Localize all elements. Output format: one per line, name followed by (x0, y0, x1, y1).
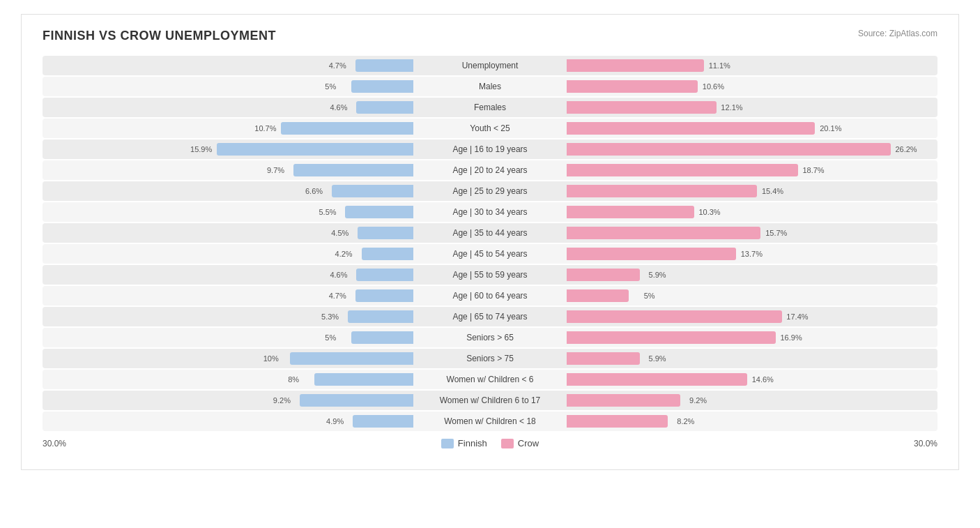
crow-value: 26.2% (895, 145, 917, 153)
bar-crow: 10.6% (567, 80, 698, 93)
crow-value: 10.6% (703, 82, 724, 91)
crow-value: 5.9% (649, 271, 666, 279)
bar-finnish: 5.5% (345, 206, 413, 218)
bar-row: 4.7% Age | 60 to 64 years 5% (43, 286, 937, 306)
left-area: 4.2% (43, 246, 413, 262)
bar-row: 9.2% Women w/ Children 6 to 17 9.2% (43, 391, 937, 410)
right-area: 5% (567, 288, 937, 303)
right-area: 26.2% (567, 142, 937, 157)
bar-row: 4.2% Age | 45 to 54 years 13.7% (43, 244, 937, 264)
bar-finnish: 9.7% (293, 164, 413, 176)
left-area: 6.6% (43, 183, 413, 199)
bar-row: 10.7% Youth < 25 20.1% (43, 119, 937, 138)
left-area: 5.5% (43, 204, 413, 220)
bar-finnish: 4.6% (356, 101, 413, 114)
row-label: Youth < 25 (413, 123, 567, 133)
bar-crow: 18.7% (567, 164, 798, 176)
bar-finnish: 4.9% (353, 415, 413, 428)
legend: Finnish Crow (441, 438, 539, 448)
finnish-value: 4.2% (335, 250, 353, 258)
left-area: 5% (43, 330, 413, 345)
finnish-value: 4.6% (330, 103, 347, 112)
bar-section: 4.7% Unemployment 11.1% (43, 58, 937, 73)
finnish-value: 10.7% (254, 124, 276, 133)
row-label: Females (413, 103, 567, 112)
bar-crow: 8.2% (567, 415, 668, 428)
bar-row: 5% Seniors > 65 16.9% (43, 328, 937, 347)
bar-crow: 11.1% (567, 59, 704, 72)
axis-label-left: 30.0% (43, 439, 66, 448)
row-label: Women w/ Children 6 to 17 (413, 395, 567, 405)
finnish-value: 5% (325, 82, 336, 91)
left-area: 4.7% (43, 288, 413, 303)
bar-row: 5.3% Age | 65 to 74 years 17.4% (43, 307, 937, 326)
bar-section: 8% Women w/ Children < 6 14.6% (43, 372, 937, 387)
bar-row: 10% Seniors > 75 5.9% (43, 349, 937, 368)
right-area: 16.9% (567, 330, 937, 345)
bar-row: 4.9% Women w/ Children < 18 8.2% (43, 412, 937, 431)
right-area: 10.6% (567, 79, 937, 94)
bar-finnish: 10.7% (281, 122, 413, 135)
legend-box-finnish (441, 439, 454, 448)
chart-container: FINNISH VS CROW UNEMPLOYMENT Source: Zip… (21, 14, 959, 470)
bar-crow: 20.1% (567, 122, 815, 135)
bar-finnish: 5% (351, 80, 413, 93)
bar-row: 4.7% Unemployment 11.1% (43, 56, 937, 75)
finnish-value: 15.9% (190, 145, 212, 153)
right-area: 15.4% (567, 183, 937, 199)
row-label: Seniors > 65 (413, 333, 567, 342)
left-area: 10% (43, 351, 413, 366)
bar-section: 5.5% Age | 30 to 34 years 10.3% (43, 204, 937, 220)
chart-body: 4.7% Unemployment 11.1% 5% Males 10.6% (43, 56, 937, 431)
bar-section: 4.9% Women w/ Children < 18 8.2% (43, 414, 937, 429)
left-area: 15.9% (43, 142, 413, 157)
bar-crow: 5.9% (567, 269, 640, 281)
bar-crow: 16.9% (567, 331, 776, 344)
bar-crow: 14.6% (567, 373, 747, 386)
bar-finnish: 4.7% (355, 59, 413, 72)
left-area: 5% (43, 79, 413, 94)
crow-value: 11.1% (709, 61, 730, 70)
legend-item-finnish: Finnish (441, 438, 487, 448)
finnish-value: 9.7% (267, 166, 284, 174)
crow-value: 17.4% (786, 312, 808, 321)
crow-value: 5.9% (649, 354, 666, 363)
axis-label-right: 30.0% (914, 439, 937, 448)
bar-row: 8% Women w/ Children < 6 14.6% (43, 370, 937, 389)
bar-crow: 5.9% (567, 352, 640, 365)
bar-section: 5% Males 10.6% (43, 79, 937, 94)
bar-crow: 13.7% (567, 248, 736, 260)
left-area: 5.3% (43, 309, 413, 324)
finnish-value: 4.5% (331, 229, 349, 237)
bar-row: 9.7% Age | 20 to 24 years 18.7% (43, 160, 937, 180)
bar-finnish: 15.9% (217, 143, 413, 156)
finnish-value: 8% (288, 375, 299, 384)
crow-value: 8.2% (677, 417, 694, 425)
row-label: Age | 30 to 34 years (413, 207, 567, 217)
bar-finnish: 4.2% (362, 248, 413, 260)
crow-value: 9.2% (689, 396, 707, 405)
finnish-value: 5.3% (321, 312, 339, 321)
row-label: Age | 45 to 54 years (413, 249, 567, 259)
bar-crow: 15.7% (567, 227, 760, 239)
right-area: 13.7% (567, 246, 937, 262)
right-area: 10.3% (567, 204, 937, 220)
row-label: Age | 55 to 59 years (413, 270, 567, 280)
bar-section: 5.3% Age | 65 to 74 years 17.4% (43, 309, 937, 324)
bar-row: 4.5% Age | 35 to 44 years 15.7% (43, 223, 937, 243)
left-area: 4.7% (43, 58, 413, 73)
crow-value: 5% (644, 292, 655, 300)
bar-crow: 10.3% (567, 206, 694, 218)
bar-section: 6.6% Age | 25 to 29 years 15.4% (43, 183, 937, 199)
bar-section: 15.9% Age | 16 to 19 years 26.2% (43, 142, 937, 157)
crow-value: 10.3% (698, 208, 720, 216)
left-area: 4.9% (43, 414, 413, 429)
row-label: Age | 20 to 24 years (413, 165, 567, 175)
right-area: 20.1% (567, 121, 937, 136)
crow-value: 13.7% (741, 250, 763, 258)
row-label: Women w/ Children < 18 (413, 416, 567, 426)
row-label: Seniors > 75 (413, 354, 567, 363)
legend-item-crow: Crow (501, 438, 539, 448)
chart-source: Source: ZipAtlas.com (858, 29, 937, 38)
left-area: 4.6% (43, 100, 413, 115)
